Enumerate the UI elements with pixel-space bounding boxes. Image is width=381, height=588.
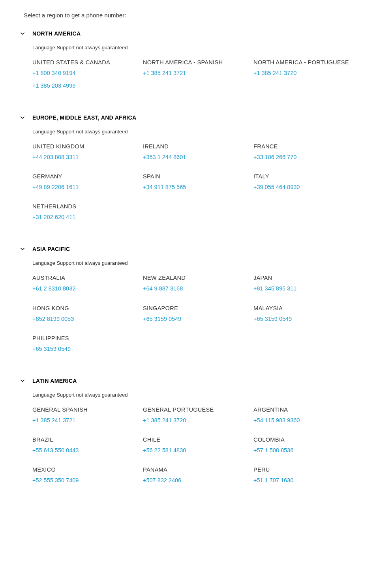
country-item: PHILIPPINES+65 3159 0549 — [32, 335, 143, 354]
phone-link[interactable]: +1 385 241 3720 — [253, 68, 364, 78]
region-note: Language Support not always guaranteed — [32, 45, 381, 51]
country-item: UNITED STATES & CANADA+1 800 340 9194+1 … — [32, 59, 143, 91]
country-name: PHILIPPINES — [32, 335, 143, 341]
region-section: ASIA PACIFICLanguage Support not always … — [0, 246, 381, 354]
country-name: SINGAPORE — [143, 305, 253, 311]
country-item: SINGAPORE+65 3159 0549 — [143, 305, 253, 324]
phone-link[interactable]: +56 22 581 4830 — [143, 445, 253, 455]
country-name: UNITED STATES & CANADA — [32, 59, 143, 66]
country-name: GENERAL SPANISH — [32, 406, 143, 413]
country-name: NEW ZEALAND — [143, 275, 253, 281]
phone-link[interactable]: +1 385 203 4999 — [32, 81, 143, 91]
countries-grid: UNITED STATES & CANADA+1 800 340 9194+1 … — [32, 59, 381, 91]
country-name: PANAMA — [143, 466, 253, 473]
country-name: IRELAND — [143, 143, 253, 150]
region-title: EUROPE, MIDDLE EAST, AND AFRICA — [32, 114, 136, 121]
phone-link[interactable]: +34 911 875 565 — [143, 182, 253, 192]
country-name: NORTH AMERICA - PORTUGUESE — [253, 59, 364, 66]
phone-link[interactable]: +51 1 707 1630 — [253, 475, 364, 485]
phone-link[interactable]: +1 385 241 3721 — [32, 415, 143, 425]
country-name: AUSTRALIA — [32, 275, 143, 281]
phone-link[interactable]: +49 89 2206 1611 — [32, 182, 143, 192]
phone-link[interactable]: +65 3159 0549 — [253, 314, 364, 324]
phone-link[interactable]: +65 3159 0549 — [32, 344, 143, 354]
country-name: SPAIN — [143, 173, 253, 180]
phone-link[interactable]: +1 385 241 3720 — [143, 415, 253, 425]
country-name: HONG KONG — [32, 305, 143, 311]
country-name: NETHERLANDS — [32, 203, 143, 210]
region-note: Language Support not always guaranteed — [32, 392, 381, 398]
region-title: ASIA PACIFIC — [32, 246, 70, 252]
country-name: FRANCE — [253, 143, 364, 150]
country-name: UNITED KINGDOM — [32, 143, 143, 150]
region-section: LATIN AMERICALanguage Support not always… — [0, 378, 381, 485]
country-name: PERU — [253, 466, 364, 473]
country-item: AUSTRALIA+61 2 8310 8032 — [32, 275, 143, 294]
phone-link[interactable]: +33 186 266 770 — [253, 152, 364, 162]
phone-link[interactable]: +1 800 340 9194 — [32, 68, 143, 78]
country-item: PANAMA+507 832 2406 — [143, 466, 253, 485]
country-item: IRELAND+353 1 244 8601 — [143, 143, 253, 162]
chevron-down-icon — [20, 246, 25, 252]
phone-link[interactable]: +54 115 983 9360 — [253, 415, 364, 425]
country-item: MALAYSIA+65 3159 0549 — [253, 305, 364, 324]
phone-link[interactable]: +64 9 887 3168 — [143, 283, 253, 294]
country-name: MALAYSIA — [253, 305, 364, 311]
phone-link[interactable]: +65 3159 0549 — [143, 314, 253, 324]
country-item: JAPAN+81 345 895 311 — [253, 275, 364, 294]
country-item: FRANCE+33 186 266 770 — [253, 143, 364, 162]
region-section: NORTH AMERICALanguage Support not always… — [0, 30, 381, 91]
phone-link[interactable]: +44 203 808 3311 — [32, 152, 143, 162]
country-name: ARGENTINA — [253, 406, 364, 413]
chevron-down-icon — [20, 115, 25, 120]
country-item: NORTH AMERICA - PORTUGUESE+1 385 241 372… — [253, 59, 364, 91]
region-header[interactable]: NORTH AMERICA — [0, 30, 381, 37]
country-name: MEXICO — [32, 466, 143, 473]
country-item: COLOMBIA+57 1 508 8536 — [253, 436, 364, 455]
country-name: BRAZIL — [32, 436, 143, 443]
country-name: NORTH AMERICA - SPANISH — [143, 59, 253, 66]
countries-grid: AUSTRALIA+61 2 8310 8032NEW ZEALAND+64 9… — [32, 275, 381, 354]
phone-link[interactable]: +39 055 464 8930 — [253, 182, 364, 192]
country-item: PERU+51 1 707 1630 — [253, 466, 364, 485]
chevron-down-icon — [20, 378, 25, 384]
country-name: GENERAL PORTUGUESE — [143, 406, 253, 413]
country-name: COLOMBIA — [253, 436, 364, 443]
countries-grid: GENERAL SPANISH+1 385 241 3721GENERAL PO… — [32, 406, 381, 485]
country-item: UNITED KINGDOM+44 203 808 3311 — [32, 143, 143, 162]
country-item: NORTH AMERICA - SPANISH+1 385 241 3721 — [143, 59, 253, 91]
country-item: NEW ZEALAND+64 9 887 3168 — [143, 275, 253, 294]
country-item: GENERAL SPANISH+1 385 241 3721 — [32, 406, 143, 425]
country-name: ITALY — [253, 173, 364, 180]
phone-link[interactable]: +507 832 2406 — [143, 475, 253, 485]
page-intro: Select a region to get a phone number: — [24, 12, 381, 19]
phone-link[interactable]: +353 1 244 8601 — [143, 152, 253, 162]
phone-link[interactable]: +81 345 895 311 — [253, 283, 364, 294]
region-section: EUROPE, MIDDLE EAST, AND AFRICALanguage … — [0, 114, 381, 222]
phone-link[interactable]: +852 8199 0053 — [32, 314, 143, 324]
region-header[interactable]: ASIA PACIFIC — [0, 246, 381, 252]
region-note: Language Support not always guaranteed — [32, 260, 381, 266]
region-header[interactable]: LATIN AMERICA — [0, 378, 381, 384]
phone-link[interactable]: +31 202 620 411 — [32, 212, 143, 222]
country-item: GENERAL PORTUGUESE+1 385 241 3720 — [143, 406, 253, 425]
country-item: CHILE+56 22 581 4830 — [143, 436, 253, 455]
phone-link[interactable]: +61 2 8310 8032 — [32, 283, 143, 294]
chevron-down-icon — [20, 31, 25, 36]
phone-link[interactable]: +1 385 241 3721 — [143, 68, 253, 78]
country-item: ITALY+39 055 464 8930 — [253, 173, 364, 192]
country-item: MEXICO+52 555 350 7409 — [32, 466, 143, 485]
country-name: CHILE — [143, 436, 253, 443]
phone-link[interactable]: +55 613 550 0443 — [32, 445, 143, 455]
country-item: NETHERLANDS+31 202 620 411 — [32, 203, 143, 222]
phone-link[interactable]: +57 1 508 8536 — [253, 445, 364, 455]
countries-grid: UNITED KINGDOM+44 203 808 3311IRELAND+35… — [32, 143, 381, 222]
phone-link[interactable]: +52 555 350 7409 — [32, 475, 143, 485]
region-title: NORTH AMERICA — [32, 30, 81, 37]
region-header[interactable]: EUROPE, MIDDLE EAST, AND AFRICA — [0, 114, 381, 121]
country-item: HONG KONG+852 8199 0053 — [32, 305, 143, 324]
country-item: SPAIN+34 911 875 565 — [143, 173, 253, 192]
country-item: ARGENTINA+54 115 983 9360 — [253, 406, 364, 425]
country-name: GERMANY — [32, 173, 143, 180]
region-note: Language Support not always guaranteed — [32, 129, 381, 135]
